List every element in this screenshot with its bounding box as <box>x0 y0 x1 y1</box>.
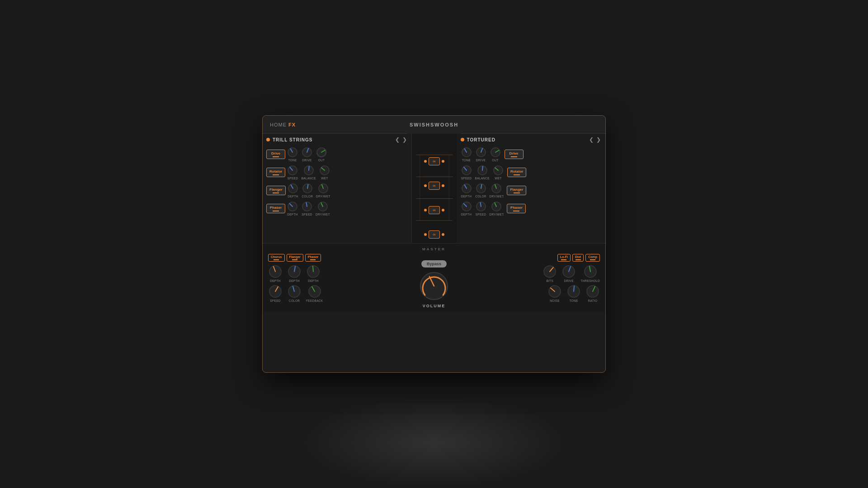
master-right-col: Lo-Fi Dist Comp BITS <box>462 254 600 302</box>
knob-depth-r3: DEPTH <box>461 183 472 198</box>
right-phaser-btn[interactable]: Phaser <box>507 204 526 213</box>
brand-logo: SWISHSWOOSH <box>410 122 458 127</box>
comp-btn[interactable]: Comp <box>585 254 600 262</box>
link-btn-1[interactable]: ∞ <box>424 157 444 165</box>
left-channel: TRILL STRINGS ❮ ❯ Drive TONE <box>263 134 412 243</box>
volume-label: VOLUME <box>423 304 446 308</box>
center-panel: ∞ ∞ ∞ ∞ <box>412 134 457 243</box>
master-right-knobs-row1: BITS DRIVE THRESHOLD <box>462 264 600 282</box>
plugin-window: HOME FX SWISHSWOOSH TRILL STRINGS ❮ ❯ <box>262 115 606 373</box>
right-phaser-knobs: DEPTH SPEED DRY/WET <box>461 201 504 216</box>
knob-balance-l2: BALANCE <box>301 164 316 180</box>
master-chorus-depth: DEPTH <box>268 264 283 282</box>
bypass-button[interactable]: Bypass <box>421 260 447 267</box>
right-drive-knobs: TONE DRIVE OUT <box>461 146 501 162</box>
right-channel-arrows[interactable]: ❮ ❯ <box>588 136 602 143</box>
knob-color-l3: COLOR <box>302 183 313 198</box>
knob-color-r3: COLOR <box>475 183 487 198</box>
right-next-arrow[interactable]: ❯ <box>595 136 602 143</box>
knob-drywet-r4: DRY/WET <box>490 201 504 216</box>
left-channel-name: TRILL STRINGS <box>273 137 312 142</box>
master-flanger-btn[interactable]: Flanger <box>287 254 303 262</box>
knob-wet-l2: WET <box>319 164 330 180</box>
master-flanger-color: COLOR <box>287 284 302 302</box>
knob-depth-l4: DEPTH <box>287 201 298 216</box>
knob-drywet-l3: DRY/WET <box>316 183 330 198</box>
lofi-btn[interactable]: Lo-Fi <box>557 254 571 262</box>
link-btn-2[interactable]: ∞ <box>424 182 444 190</box>
knob-tone-l1: TONE <box>287 146 298 162</box>
left-rotator-knobs: SPEED BALANCE WET <box>287 164 330 180</box>
chorus-btn[interactable]: Chorus <box>268 254 285 262</box>
master-section: MASTER Chorus Flanger Phaser <box>263 243 605 312</box>
knob-balance-r2: BALANCE <box>475 164 490 180</box>
left-drive-btn[interactable]: Drive <box>266 150 285 159</box>
knob-drywet-l4: DRY/WET <box>316 201 330 216</box>
master-phaser-depth: DEPTH <box>306 264 321 282</box>
right-flanger-knobs: DEPTH COLOR DRY/WET <box>461 183 504 198</box>
master-phaser-feedback: FEEDBACK <box>306 284 323 302</box>
master-chorus-speed: SPEED <box>268 284 283 302</box>
left-channel-arrows[interactable]: ❮ ❯ <box>394 136 408 143</box>
knob-tone-r1: TONE <box>461 146 472 162</box>
master-ratio-knob: RATIO <box>585 284 600 302</box>
link-btn-3[interactable]: ∞ <box>424 206 444 214</box>
knob-drywet-r3: DRY/WET <box>490 183 504 198</box>
volume-knob[interactable] <box>418 270 450 302</box>
master-tone-knob: TONE <box>566 284 581 302</box>
left-drive-row: Drive TONE DRIVE OUT <box>266 146 408 162</box>
master-left-effect-btns: Chorus Flanger Phaser <box>268 254 406 262</box>
master-right-effect-btns: Lo-Fi Dist Comp <box>462 254 600 262</box>
master-center-col: Bypass VOLUME <box>409 254 459 308</box>
right-channel-dot <box>461 138 464 141</box>
master-content: Chorus Flanger Phaser DEPTH <box>268 254 600 308</box>
brand-light: SWISH <box>410 122 430 127</box>
fx-label: FX <box>288 122 296 127</box>
dist-btn[interactable]: Dist <box>572 254 584 262</box>
master-flanger-depth: DEPTH <box>287 264 302 282</box>
master-phaser-btn[interactable]: Phaser <box>305 254 321 262</box>
master-noise-knob: NOISE <box>547 284 562 302</box>
tone-label-l1: TONE <box>288 159 297 162</box>
knob-depth-l3: DEPTH <box>287 183 299 198</box>
right-rotator-btn[interactable]: Rotator <box>507 168 526 177</box>
right-flanger-row: DEPTH COLOR DRY/WET Flanger <box>461 183 602 198</box>
knob-depth-r4: DEPTH <box>461 201 472 216</box>
right-drive-btn[interactable]: Drive <box>505 150 524 159</box>
right-channel-name: TORTURED <box>467 137 495 142</box>
master-left-col: Chorus Flanger Phaser DEPTH <box>268 254 406 302</box>
right-channel-header: TORTURED ❮ ❯ <box>461 136 602 143</box>
left-prev-arrow[interactable]: ❮ <box>394 136 401 143</box>
brand-bold: SWOOSH <box>430 122 458 127</box>
right-drive-row: TONE DRIVE OUT Drive <box>461 146 602 162</box>
right-prev-arrow[interactable]: ❮ <box>588 136 594 143</box>
left-channel-header: TRILL STRINGS ❮ ❯ <box>266 136 408 143</box>
left-phaser-btn[interactable]: Phaser <box>266 204 285 213</box>
nav: HOME FX <box>270 122 296 127</box>
right-rotator-row: SPEED BALANCE WET Rotator <box>461 164 602 180</box>
left-next-arrow[interactable]: ❯ <box>401 136 408 143</box>
master-drive-knob: DRIVE <box>561 264 576 282</box>
master-bits-knob: BITS <box>542 264 557 282</box>
link-btn-4[interactable]: ∞ <box>424 230 444 239</box>
right-rotator-knobs: SPEED BALANCE WET <box>461 164 504 180</box>
header: HOME FX SWISHSWOOSH <box>263 116 605 134</box>
master-right-knobs-row2: NOISE TONE RATIO <box>462 284 600 302</box>
right-flanger-btn[interactable]: Flanger <box>507 186 526 195</box>
left-flanger-row: Flanger DEPTH COLOR DRY/WET <box>266 183 408 198</box>
left-drive-knobs: TONE DRIVE OUT <box>287 146 327 162</box>
knob-speed-r2: SPEED <box>461 164 472 180</box>
drive-label-l1: DRIVE <box>302 159 311 162</box>
left-phaser-knobs: DEPTH SPEED DRY/WET <box>287 201 330 216</box>
out-label-l1: OUT <box>318 159 325 162</box>
master-title: MASTER <box>268 247 600 251</box>
master-left-knobs-row1: DEPTH DEPTH DEPTH <box>268 264 406 282</box>
right-channel: TORTURED ❮ ❯ TONE DRIVE <box>457 134 606 243</box>
left-rotator-btn[interactable]: Rotator <box>266 168 285 177</box>
home-label: HOME <box>270 122 287 127</box>
left-rotator-row: Rotator SPEED BALANCE WET <box>266 164 408 180</box>
left-flanger-btn[interactable]: Flanger <box>266 186 286 195</box>
knob-drive-r1: DRIVE <box>475 146 487 162</box>
knob-drive-l1: DRIVE <box>301 146 313 162</box>
knob-wet-r2: WET <box>492 164 504 180</box>
